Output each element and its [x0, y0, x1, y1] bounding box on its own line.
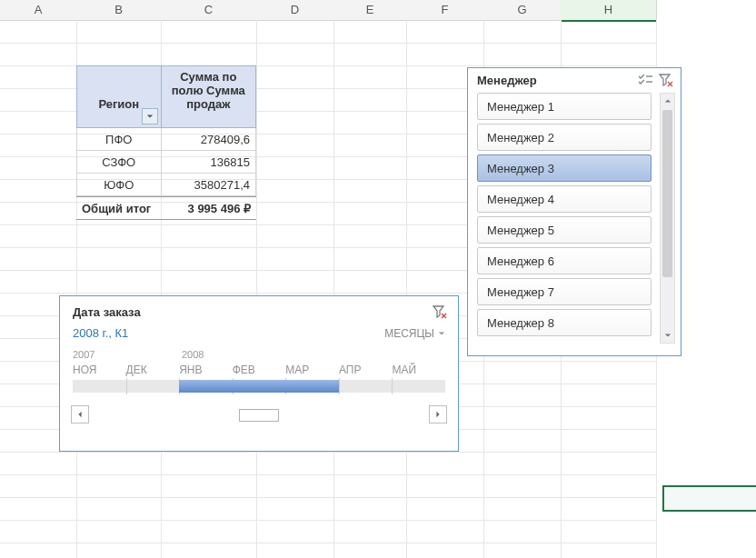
- pivot-row[interactable]: ЮФО3580271,4: [76, 174, 256, 196]
- grid-cell[interactable]: [256, 202, 334, 225]
- slicer-item[interactable]: Менеджер 3: [477, 154, 652, 182]
- grid-cell[interactable]: [0, 224, 77, 248]
- grid-cell[interactable]: [333, 520, 407, 543]
- timeline-prev-button[interactable]: [71, 405, 89, 423]
- grid-cell[interactable]: [483, 474, 562, 498]
- clear-filter-icon[interactable]: [433, 305, 447, 319]
- multi-select-icon[interactable]: [637, 74, 653, 87]
- slicer-item[interactable]: Менеджер 2: [477, 124, 652, 151]
- grid-cell[interactable]: [161, 497, 257, 521]
- grid-cell[interactable]: [333, 43, 407, 66]
- grid-cell[interactable]: [76, 270, 162, 294]
- grid-cell[interactable]: [333, 111, 407, 135]
- timeline-bar[interactable]: [73, 380, 445, 393]
- grid-cell[interactable]: [333, 202, 407, 225]
- grid-cell[interactable]: [161, 520, 257, 543]
- column-header-B[interactable]: B: [76, 0, 162, 21]
- grid-cell[interactable]: [0, 520, 77, 543]
- slicer-scrollbar[interactable]: [660, 93, 675, 344]
- column-header-G[interactable]: G: [483, 0, 562, 21]
- grid-cell[interactable]: [256, 65, 334, 89]
- grid-cell[interactable]: [406, 497, 484, 521]
- timeline-selection[interactable]: [179, 380, 339, 393]
- grid-cell[interactable]: [161, 452, 257, 475]
- grid-cell[interactable]: [561, 474, 657, 498]
- grid-cell[interactable]: [561, 43, 657, 66]
- slicer-item[interactable]: Менеджер 4: [477, 185, 652, 213]
- grid-cell[interactable]: [0, 247, 77, 271]
- grid-cell[interactable]: [0, 20, 77, 44]
- grid-cell[interactable]: [161, 43, 257, 66]
- grid-cell[interactable]: [333, 543, 407, 558]
- timeline-next-button[interactable]: [429, 405, 447, 423]
- grid-cell[interactable]: [76, 224, 162, 248]
- grid-cell[interactable]: [483, 429, 562, 453]
- grid-cell[interactable]: [406, 474, 484, 498]
- scroll-thumb[interactable]: [662, 110, 672, 277]
- selected-cell[interactable]: [662, 485, 756, 512]
- grid-cell[interactable]: [256, 247, 334, 271]
- column-header-D[interactable]: D: [256, 0, 334, 21]
- slicer-item[interactable]: Менеджер 1: [477, 93, 652, 120]
- slicer-item[interactable]: Менеджер 6: [477, 247, 652, 274]
- grid-cell[interactable]: [333, 156, 407, 180]
- grid-cell[interactable]: [483, 497, 562, 521]
- timeline-scroll-thumb[interactable]: [239, 409, 279, 422]
- grid-cell[interactable]: [0, 543, 77, 558]
- grid-cell[interactable]: [483, 406, 562, 430]
- grid-cell[interactable]: [0, 202, 77, 225]
- grid-cell[interactable]: [561, 20, 657, 44]
- grid-cell[interactable]: [256, 134, 334, 157]
- grid-cell[interactable]: [256, 20, 334, 44]
- grid-cell[interactable]: [406, 20, 484, 44]
- grid-cell[interactable]: [333, 179, 407, 203]
- grid-cell[interactable]: [561, 543, 657, 558]
- clear-filter-icon[interactable]: [659, 74, 673, 87]
- grid-cell[interactable]: [0, 65, 77, 89]
- grid-cell[interactable]: [483, 20, 562, 44]
- grid-cell[interactable]: [76, 520, 162, 543]
- grid-cell[interactable]: [561, 452, 657, 475]
- grid-cell[interactable]: [406, 452, 484, 475]
- grid-cell[interactable]: [0, 179, 77, 203]
- grid-cell[interactable]: [483, 384, 562, 407]
- grid-cell[interactable]: [483, 520, 562, 543]
- grid-cell[interactable]: [256, 111, 334, 135]
- grid-cell[interactable]: [256, 179, 334, 203]
- grid-cell[interactable]: [161, 20, 257, 44]
- grid-cell[interactable]: [76, 43, 162, 66]
- slicer-manager[interactable]: Менеджер Менеджер 1Менеджер 2Менеджер 3М…: [467, 67, 681, 356]
- slicer-item[interactable]: Менеджер 8: [477, 309, 652, 336]
- column-header-C[interactable]: C: [161, 0, 257, 21]
- grid-cell[interactable]: [256, 224, 334, 248]
- grid-cell[interactable]: [333, 134, 407, 157]
- grid-cell[interactable]: [561, 384, 657, 407]
- grid-cell[interactable]: [0, 474, 77, 498]
- timeline-granularity[interactable]: МЕСЯЦЫ: [384, 327, 445, 340]
- grid-cell[interactable]: [76, 543, 162, 558]
- grid-cell[interactable]: [333, 497, 407, 521]
- grid-cell[interactable]: [256, 520, 334, 543]
- scroll-down-arrow[interactable]: [661, 328, 674, 343]
- pivot-region-header[interactable]: Регион: [77, 66, 162, 128]
- grid-cell[interactable]: [161, 543, 257, 558]
- grid-cell[interactable]: [76, 474, 162, 498]
- grid-cell[interactable]: [256, 156, 334, 180]
- grid-cell[interactable]: [256, 474, 334, 498]
- grid-cell[interactable]: [333, 20, 407, 44]
- grid-cell[interactable]: [256, 43, 334, 66]
- pivot-row[interactable]: ПФО278409,6: [76, 128, 256, 151]
- grid-cell[interactable]: [161, 247, 257, 271]
- scroll-up-arrow[interactable]: [661, 94, 674, 108]
- grid-cell[interactable]: [76, 452, 162, 475]
- column-header-H[interactable]: H: [561, 0, 657, 22]
- timeline-scrollbar-track[interactable]: [94, 410, 423, 419]
- grid-cell[interactable]: [256, 270, 334, 294]
- grid-cell[interactable]: [161, 474, 257, 498]
- grid-cell[interactable]: [561, 429, 657, 453]
- slicer-item[interactable]: Менеджер 5: [477, 216, 652, 244]
- grid-cell[interactable]: [406, 543, 484, 558]
- slicer-item[interactable]: Менеджер 7: [477, 278, 652, 305]
- grid-cell[interactable]: [161, 270, 257, 294]
- column-header-F[interactable]: F: [406, 0, 484, 21]
